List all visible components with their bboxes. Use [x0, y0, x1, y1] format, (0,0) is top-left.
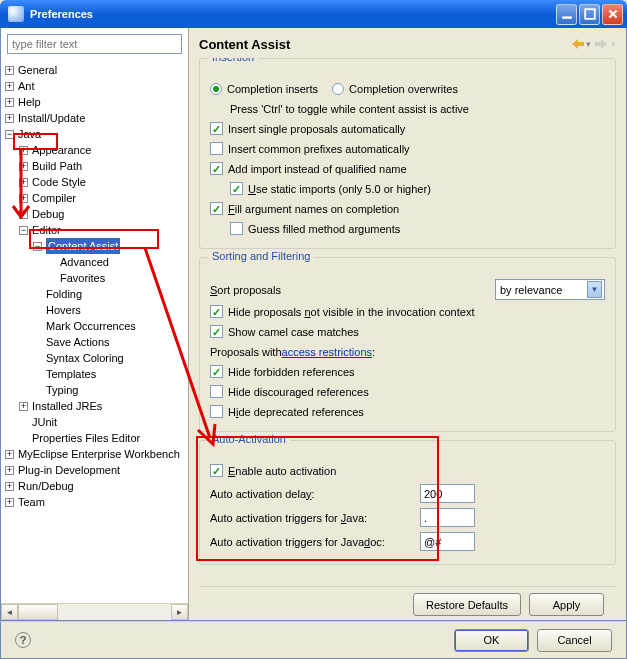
- static-imports-checkbox[interactable]: [230, 182, 243, 195]
- tree-item[interactable]: Help: [18, 94, 41, 110]
- expand-icon[interactable]: +: [5, 82, 14, 91]
- completion-overwrites-radio[interactable]: [332, 83, 344, 95]
- close-button[interactable]: [602, 4, 623, 25]
- insertion-group: Insertion Completion inserts Completion …: [199, 58, 616, 249]
- checkbox-label: Fill argument names on completionFill ar…: [228, 203, 399, 215]
- tree-item[interactable]: Build Path: [32, 158, 82, 174]
- checkbox-label: Hide discouraged references: [228, 386, 369, 398]
- tree-item[interactable]: Team: [18, 494, 45, 510]
- dropdown-icon[interactable]: ▼: [587, 281, 602, 298]
- expand-icon[interactable]: +: [19, 210, 28, 219]
- proposals-with-label: Proposals with: [210, 346, 282, 358]
- insert-single-checkbox[interactable]: [210, 122, 223, 135]
- checkbox-label: Insert single proposals automatically: [228, 123, 405, 135]
- tree-item[interactable]: MyEclipse Enterprise Workbench: [18, 446, 180, 462]
- guess-args-checkbox[interactable]: [230, 222, 243, 235]
- expand-icon[interactable]: +: [5, 466, 14, 475]
- svg-rect-1: [585, 9, 595, 19]
- checkbox-label: Hide proposals not visible in the invoca…: [228, 306, 474, 318]
- expand-icon[interactable]: +: [5, 482, 14, 491]
- page-title: Content Assist: [199, 37, 290, 52]
- minimize-button[interactable]: [556, 4, 577, 25]
- scroll-left-icon[interactable]: ◄: [1, 604, 18, 620]
- collapse-icon[interactable]: −: [33, 242, 42, 251]
- back-arrow-icon[interactable]: [568, 36, 586, 52]
- tree-item[interactable]: General: [18, 62, 57, 78]
- tree-item[interactable]: Hovers: [46, 302, 81, 318]
- tree-item-java[interactable]: Java: [18, 126, 41, 142]
- collapse-icon[interactable]: −: [19, 226, 28, 235]
- add-import-checkbox[interactable]: [210, 162, 223, 175]
- expand-icon[interactable]: +: [19, 146, 28, 155]
- expand-icon[interactable]: +: [19, 162, 28, 171]
- expand-icon[interactable]: +: [5, 66, 14, 75]
- checkbox-label: Insert common prefixes automatically: [228, 143, 410, 155]
- cancel-button[interactable]: Cancel: [537, 629, 612, 652]
- tree-item[interactable]: Mark Occurrences: [46, 318, 136, 334]
- ok-button[interactable]: OK: [454, 629, 529, 652]
- hide-discouraged-checkbox[interactable]: [210, 385, 223, 398]
- scroll-right-icon[interactable]: ►: [171, 604, 188, 620]
- tree-item[interactable]: Typing: [46, 382, 78, 398]
- hide-not-visible-checkbox[interactable]: [210, 305, 223, 318]
- tree-scrollbar[interactable]: ◄ ►: [1, 603, 188, 620]
- radio-label: Completion inserts: [227, 83, 318, 95]
- maximize-button[interactable]: [579, 4, 600, 25]
- group-title: Insertion: [208, 58, 258, 63]
- tree-item[interactable]: Code Style: [32, 174, 86, 190]
- collapse-icon[interactable]: −: [5, 130, 14, 139]
- expand-icon[interactable]: +: [5, 450, 14, 459]
- tree-item-editor[interactable]: Editor: [32, 222, 61, 238]
- fill-args-checkbox[interactable]: [210, 202, 223, 215]
- checkbox-label: Hide deprecated referencesHide deprecate…: [228, 406, 364, 418]
- page-buttons: Restore Defaults Apply: [199, 586, 616, 620]
- insert-common-checkbox[interactable]: [210, 142, 223, 155]
- restore-defaults-button[interactable]: Restore Defaults: [413, 593, 521, 616]
- hide-forbidden-checkbox[interactable]: [210, 365, 223, 378]
- delay-label: Auto activation delay:Auto activation de…: [210, 488, 420, 500]
- preference-tree[interactable]: +General +Ant +Help +Install/Update −Jav…: [1, 60, 188, 603]
- tree-item[interactable]: JUnit: [32, 414, 57, 430]
- tree-item[interactable]: Advanced: [60, 254, 109, 270]
- completion-inserts-radio[interactable]: [210, 83, 222, 95]
- tree-item[interactable]: Ant: [18, 78, 35, 94]
- expand-icon[interactable]: +: [19, 402, 28, 411]
- help-icon[interactable]: ?: [15, 632, 31, 648]
- tree-item[interactable]: Installed JREs: [32, 398, 102, 414]
- sort-proposals-select[interactable]: by relevance▼: [495, 279, 605, 300]
- camel-case-checkbox[interactable]: [210, 325, 223, 338]
- expand-icon[interactable]: +: [5, 114, 14, 123]
- javadoc-triggers-input[interactable]: [420, 532, 475, 551]
- tree-item[interactable]: Plug-in Development: [18, 462, 120, 478]
- delay-input[interactable]: [420, 484, 475, 503]
- tree-item[interactable]: Appearance: [32, 142, 91, 158]
- select-value: by relevance: [500, 284, 562, 296]
- apply-button[interactable]: Apply: [529, 593, 604, 616]
- tree-item[interactable]: Syntax Coloring: [46, 350, 124, 366]
- hide-deprecated-checkbox[interactable]: [210, 405, 223, 418]
- tree-item[interactable]: Properties Files Editor: [32, 430, 140, 446]
- scroll-thumb[interactable]: [18, 604, 58, 620]
- tree-item[interactable]: Compiler: [32, 190, 76, 206]
- enable-auto-activation-checkbox[interactable]: [210, 464, 223, 477]
- tree-item-content-assist[interactable]: Content Assist: [46, 238, 120, 254]
- expand-icon[interactable]: +: [5, 98, 14, 107]
- checkbox-label: Show camel case matches: [228, 326, 359, 338]
- checkbox-label: Enable auto activationEnable auto activa…: [228, 465, 336, 477]
- java-triggers-label: Auto activation triggers for Java:Auto a…: [210, 512, 420, 524]
- expand-icon[interactable]: +: [19, 194, 28, 203]
- expand-icon[interactable]: +: [5, 498, 14, 507]
- tree-item[interactable]: Folding: [46, 286, 82, 302]
- access-restrictions-link[interactable]: access restrictions: [282, 346, 372, 358]
- tree-item[interactable]: Save Actions: [46, 334, 110, 350]
- tree-item[interactable]: Install/Update: [18, 110, 85, 126]
- app-icon: [8, 6, 24, 22]
- tree-item[interactable]: Run/Debug: [18, 478, 74, 494]
- forward-arrow-icon[interactable]: [593, 36, 611, 52]
- expand-icon[interactable]: +: [19, 178, 28, 187]
- tree-item[interactable]: Templates: [46, 366, 96, 382]
- tree-item[interactable]: Debug: [32, 206, 64, 222]
- java-triggers-input[interactable]: [420, 508, 475, 527]
- filter-input[interactable]: [7, 34, 182, 54]
- tree-item[interactable]: Favorites: [60, 270, 105, 286]
